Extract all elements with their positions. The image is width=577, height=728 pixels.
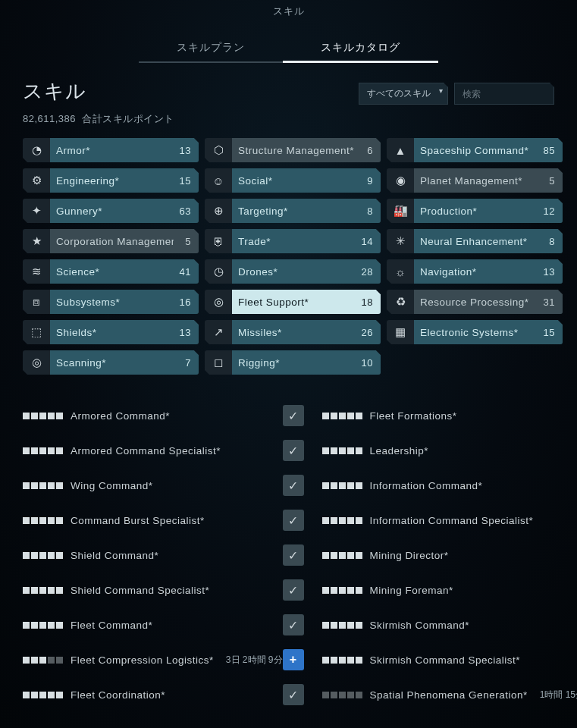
category-targeting[interactable]: ⊕Targeting*8 [205,199,381,223]
category-planet[interactable]: ◉Planet Management*5 [387,168,563,193]
search-input[interactable] [454,83,554,105]
category-production[interactable]: 🏭Production*12 [387,199,563,223]
category-label: Trade* [238,236,271,247]
category-structure[interactable]: ⬡Structure Management*6 [205,138,381,162]
add-button[interactable]: + [283,649,304,670]
skill-row[interactable]: Shield Command Specialist*✓ [23,579,304,601]
category-electronic[interactable]: ▦Electronic Systems*15 [387,320,563,344]
corp-icon: ★ [23,229,50,253]
skill-row[interactable]: Wing Command*✓ [23,475,304,496]
structure-icon: ⬡ [205,138,232,162]
category-gunnery[interactable]: ✦Gunnery*63 [23,199,199,223]
skill-level-pips [23,447,63,454]
category-navigation[interactable]: ☼Navigation*13 [387,259,563,284]
category-armor[interactable]: ◔Armor*13 [23,138,199,162]
category-count: 31 [541,297,555,308]
category-count: 10 [359,357,373,369]
category-drones[interactable]: ◷Drones*28 [205,259,381,284]
skill-row[interactable]: Fleet Compression Logistics*3日 2時間 9分+ [23,649,304,670]
category-ship[interactable]: ▲Spaceship Command*85 [387,138,563,162]
category-label: Spaceship Command* [420,145,528,156]
category-count: 13 [177,327,191,338]
skill-level-pips [322,447,362,454]
skill-row[interactable]: Armored Command*✓ [23,405,304,426]
check-button[interactable]: ✓ [283,684,304,705]
ship-icon: ▲ [387,138,414,162]
skill-row[interactable]: Command Burst Specialist*✓ [23,510,304,531]
check-button[interactable]: ✓ [283,510,304,531]
category-label: Social* [238,175,273,187]
filter-dropdown[interactable]: すべてのスキル [359,83,448,105]
category-label: Engineering* [56,175,119,187]
category-science[interactable]: ≋Science*41 [23,259,199,284]
skill-level-pips [23,622,63,629]
category-rigging[interactable]: ◻Rigging*10 [205,350,381,375]
category-missiles[interactable]: ↗Missiles*26 [205,320,381,344]
category-corp[interactable]: ★Corporation Management*5 [23,229,199,253]
skill-row[interactable]: Shield Command*✓ [23,544,304,566]
category-label: Subsystems* [56,297,120,308]
skill-row[interactable]: Skirmish Command*✓ [322,614,577,635]
skill-level-pips [23,482,63,489]
category-shields[interactable]: ⬚Shields*13 [23,320,199,344]
electronic-icon: ▦ [387,320,414,344]
category-label: Scanning* [56,357,106,369]
category-neural[interactable]: ✳Neural Enhancement*8 [387,229,563,253]
skill-row[interactable]: Fleet Formations*✓ [322,405,577,426]
skill-row[interactable]: Information Command Specialist*✓ [322,510,577,531]
trade-icon: ⛨ [205,229,232,253]
category-count: 28 [359,266,373,278]
skill-level-pips [322,587,362,594]
category-subsystems[interactable]: ⧈Subsystems*16 [23,290,199,314]
category-count: 13 [541,266,555,278]
category-fleet[interactable]: ◎Fleet Support*18 [205,290,381,314]
skill-row[interactable]: Information Command*✓ [322,475,577,496]
category-resource[interactable]: ♻Resource Processing*31 [387,290,563,314]
neural-icon: ✳ [387,229,414,253]
category-engineering[interactable]: ⚙Engineering*15 [23,168,199,193]
category-label: Neural Enhancement* [420,236,528,247]
check-button[interactable]: ✓ [283,405,304,426]
skill-name: Mining Foreman* [370,585,453,596]
skill-name: Fleet Coordination* [71,689,165,701]
gunnery-icon: ✦ [23,199,50,223]
check-button[interactable]: ✓ [283,440,304,461]
category-trade[interactable]: ⛨Trade*14 [205,229,381,253]
total-skill-points: 82,611,386 合計スキルポイント [0,108,577,138]
category-label: Shields* [56,327,97,338]
resource-icon: ♻ [387,290,414,314]
skill-name: Command Burst Specialist* [71,515,205,526]
check-button[interactable]: ✓ [283,579,304,601]
skill-row[interactable]: Fleet Command*✓ [23,614,304,635]
category-count: 26 [359,327,373,338]
skill-name: Skirmish Command* [370,620,470,631]
check-button[interactable]: ✓ [283,475,304,496]
skill-row[interactable]: Leadership*✓ [322,440,577,461]
skill-level-pips [322,692,362,698]
skill-row[interactable]: Fleet Coordination*✓ [23,684,304,705]
skill-name: Armored Command Specialist* [71,445,221,457]
skill-row[interactable]: Mining Director*✓ [322,544,577,566]
skill-name: Armored Command* [71,410,170,422]
scanning-icon: ◎ [23,350,50,375]
category-label: Gunnery* [56,206,102,217]
skill-name: Fleet Compression Logistics* [71,654,214,666]
skill-row[interactable]: Armored Command Specialist*✓ [23,440,304,461]
tab-skill-plan[interactable]: スキルプラン [139,33,283,63]
category-count: 63 [177,206,191,217]
skill-row[interactable]: Skirmish Command Specialist*✓ [322,649,577,670]
production-icon: 🏭 [387,199,414,223]
skill-level-pips [322,413,362,419]
category-social[interactable]: ☺Social*9 [205,168,381,193]
category-count: 18 [359,297,373,308]
check-button[interactable]: ✓ [283,614,304,635]
category-label: Drones* [238,266,278,278]
rigging-icon: ◻ [205,350,232,375]
tab-skill-catalog[interactable]: スキルカタログ [283,33,438,63]
skill-row[interactable]: Mining Foreman*✓ [322,579,577,601]
category-count: 8 [546,236,555,247]
check-button[interactable]: ✓ [283,544,304,566]
category-label: Rigging* [238,357,280,369]
category-scanning[interactable]: ◎Scanning*7 [23,350,199,375]
skill-row[interactable]: Spatial Phenomena Generation*1時間 15分🗑 [322,684,577,705]
